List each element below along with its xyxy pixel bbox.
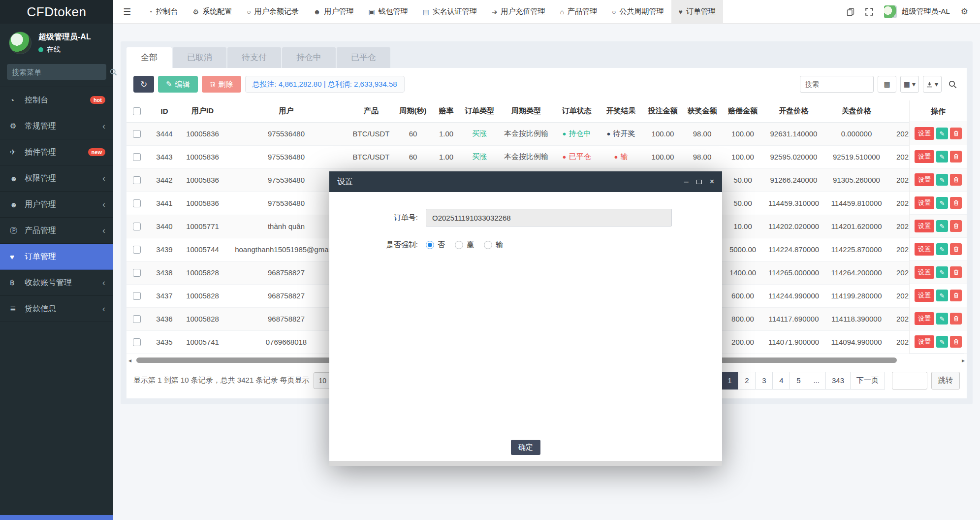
scroll-left-icon[interactable]: ◂ [128,357,131,364]
hamburger-menu-icon[interactable]: ☰ [113,0,141,23]
set-button[interactable]: 设置 [915,266,934,279]
row-checkbox[interactable] [133,292,141,300]
set-button[interactable]: 设置 [915,173,934,186]
select-all-checkbox[interactable] [133,107,141,115]
col-header-win-amount[interactable]: 获奖金额 [684,100,721,122]
row-delete-button[interactable] [950,151,962,162]
set-button[interactable]: 设置 [915,196,934,209]
columns-button[interactable]: ▦▾ [900,76,919,93]
status-tab[interactable]: 持仓中 [282,47,336,68]
row-delete-button[interactable] [950,197,962,209]
col-header-result[interactable]: 开奖结果 [600,100,642,122]
sidebar-item[interactable]: ◔ 控制台 hot [0,87,113,113]
set-button[interactable]: 设置 [915,243,934,256]
page-button[interactable]: 5 [790,372,807,390]
status-tab[interactable]: 已平仓 [337,47,390,68]
radio-icon[interactable] [484,241,492,249]
col-header-id[interactable]: ID [147,100,182,122]
row-checkbox[interactable] [133,153,141,161]
topnav-item[interactable]: ⚙ 系统配置 [186,0,240,23]
row-checkbox[interactable] [133,223,141,230]
row-edit-button[interactable]: ✎ [936,174,948,186]
row-edit-button[interactable]: ✎ [936,336,948,348]
row-delete-button[interactable] [950,336,962,348]
set-button[interactable]: 设置 [915,335,934,348]
order-number-input[interactable] [426,209,672,227]
row-edit-button[interactable]: ✎ [936,290,948,301]
page-jump-input[interactable] [892,372,927,390]
force-radio-option[interactable]: 输 [484,240,503,250]
sidebar-item[interactable]: ฿ 收款账号管理 ‹ [0,270,113,296]
row-edit-button[interactable]: ✎ [936,313,948,325]
topnav-item[interactable]: ◔ 控制台 [141,0,185,23]
minimize-icon[interactable]: – [684,179,689,184]
row-checkbox[interactable] [133,315,141,323]
row-delete-button[interactable] [950,266,962,278]
col-header-odds[interactable]: 赔率 [433,100,460,122]
refresh-button[interactable]: ↻ [133,76,154,93]
sidebar-item[interactable]: Ⓟ 产品管理 ‹ [0,218,113,244]
page-button[interactable]: 下一页 [850,372,885,390]
row-checkbox[interactable] [133,269,141,277]
sidebar-footer-bar[interactable] [0,515,113,520]
edit-button[interactable]: ✎ 编辑 [158,76,198,93]
status-tab[interactable]: 全部 [126,47,172,68]
col-header-user-id[interactable]: 用户ID [182,100,223,122]
sidebar-search-input[interactable] [12,68,110,76]
status-tab[interactable]: 已取消 [173,47,226,68]
row-delete-button[interactable] [950,220,962,232]
modal-header[interactable]: 设置 – × [329,171,722,192]
advanced-search-icon[interactable] [946,80,960,89]
sidebar-item[interactable]: ✈ 插件管理 new [0,139,113,165]
maximize-icon[interactable] [696,180,702,184]
row-edit-button[interactable]: ✎ [936,220,948,232]
topnav-item[interactable]: ➔ 用户充值管理 [484,0,553,23]
row-edit-button[interactable]: ✎ [936,151,948,162]
col-header-open-price[interactable]: 开盘价格 [765,100,822,122]
set-button[interactable]: 设置 [915,220,934,232]
col-header-user[interactable]: 用户 [223,100,349,122]
row-checkbox[interactable] [133,199,141,207]
page-button[interactable]: 1 [721,372,738,390]
topnav-item[interactable]: ☻ 用户管理 [306,0,361,23]
col-header-product[interactable]: 产品 [349,100,393,122]
copy-document-icon[interactable] [847,8,854,16]
topnav-item[interactable]: ⌂ 产品管理 [553,0,604,23]
radio-icon[interactable] [426,241,434,249]
page-button[interactable]: 4 [772,372,790,390]
sidebar-item[interactable]: ☻ 权限管理 ‹ [0,165,113,192]
page-button[interactable]: 343 [825,372,851,390]
search-icon[interactable] [110,68,117,76]
modal-resize-strip[interactable] [329,461,722,466]
sidebar-item[interactable]: ☻ 用户管理 ‹ [0,192,113,218]
delete-button[interactable]: 删除 [202,76,241,93]
topnav-item[interactable]: ○ 用户余额记录 [239,0,306,23]
col-header-cycle[interactable]: 周期(秒) [393,100,433,122]
col-header-order-type[interactable]: 订单类型 [460,100,499,122]
set-button[interactable]: 设置 [915,312,934,325]
confirm-button[interactable]: 确定 [511,440,540,455]
row-checkbox[interactable] [133,246,141,254]
topnav-item[interactable]: ▣ 钱包管理 [361,0,415,23]
topnav-item[interactable]: ▤ 实名认证管理 [415,0,484,23]
col-header-period-type[interactable]: 周期类型 [499,100,553,122]
page-button[interactable]: ... [807,372,826,390]
row-delete-button[interactable] [950,128,962,139]
sidebar-item[interactable]: ≣ 贷款信息 ‹ [0,296,113,322]
topnav-item[interactable]: ♥ 订单管理 [671,0,723,23]
row-checkbox[interactable] [133,176,141,184]
brand-logo[interactable]: CFDtoken [0,0,113,24]
force-radio-option[interactable]: 否 [426,240,445,250]
toggle-view-button[interactable]: ▤ [878,76,896,93]
row-checkbox[interactable] [133,130,141,138]
col-header-order-status[interactable]: 订单状态 [553,100,600,122]
set-button[interactable]: 设置 [915,289,934,302]
row-delete-button[interactable] [950,243,962,255]
topnav-user-menu[interactable]: 超级管理员-AL [884,5,949,18]
force-radio-option[interactable]: 赢 [455,240,474,250]
export-button[interactable]: ▾ [923,76,942,93]
set-button[interactable]: 设置 [915,150,934,163]
sidebar-item[interactable]: ⚙ 常规管理 ‹ [0,113,113,139]
row-delete-button[interactable] [950,313,962,325]
close-icon[interactable]: × [710,177,714,186]
